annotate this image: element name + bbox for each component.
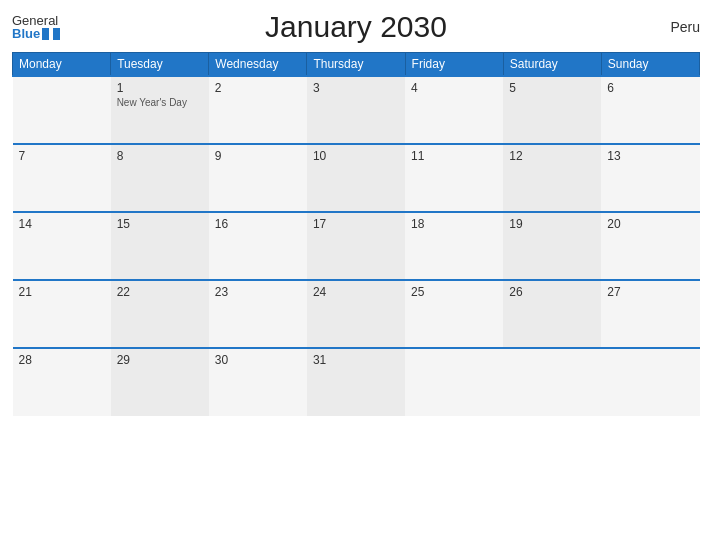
calendar-day-cell: 28 [13, 348, 111, 416]
calendar-day-cell: 7 [13, 144, 111, 212]
day-number: 13 [607, 149, 693, 163]
calendar-week-row: 1New Year's Day23456 [13, 76, 700, 144]
calendar-day-cell: 13 [601, 144, 699, 212]
calendar-day-cell: 12 [503, 144, 601, 212]
day-number: 30 [215, 353, 301, 367]
day-number: 3 [313, 81, 399, 95]
calendar-day-cell: 24 [307, 280, 405, 348]
calendar-day-cell: 4 [405, 76, 503, 144]
day-number: 6 [607, 81, 693, 95]
day-number: 27 [607, 285, 693, 299]
calendar-day-cell [405, 348, 503, 416]
day-number: 31 [313, 353, 399, 367]
calendar-day-cell: 5 [503, 76, 601, 144]
calendar-day-cell: 23 [209, 280, 307, 348]
weekday-header-row: MondayTuesdayWednesdayThursdayFridaySatu… [13, 53, 700, 77]
day-number: 4 [411, 81, 497, 95]
calendar-day-cell: 22 [111, 280, 209, 348]
logo-flag-icon [42, 28, 60, 40]
calendar-title: January 2030 [265, 10, 447, 44]
calendar-day-cell: 15 [111, 212, 209, 280]
day-number: 8 [117, 149, 203, 163]
day-number: 10 [313, 149, 399, 163]
day-number: 12 [509, 149, 595, 163]
day-number: 22 [117, 285, 203, 299]
calendar-day-cell: 29 [111, 348, 209, 416]
calendar-week-row: 14151617181920 [13, 212, 700, 280]
calendar-week-row: 28293031 [13, 348, 700, 416]
calendar-day-cell: 6 [601, 76, 699, 144]
calendar-day-cell [601, 348, 699, 416]
day-number: 28 [19, 353, 105, 367]
calendar-day-cell: 14 [13, 212, 111, 280]
day-number: 16 [215, 217, 301, 231]
calendar-day-cell [503, 348, 601, 416]
calendar-day-cell: 25 [405, 280, 503, 348]
logo-blue-text: Blue [12, 27, 40, 40]
day-number: 7 [19, 149, 105, 163]
day-number: 14 [19, 217, 105, 231]
calendar-day-cell: 8 [111, 144, 209, 212]
calendar-day-cell: 11 [405, 144, 503, 212]
weekday-header-tuesday: Tuesday [111, 53, 209, 77]
calendar-day-cell: 20 [601, 212, 699, 280]
calendar-day-cell: 2 [209, 76, 307, 144]
day-number: 19 [509, 217, 595, 231]
weekday-header-sunday: Sunday [601, 53, 699, 77]
weekday-header-thursday: Thursday [307, 53, 405, 77]
calendar-day-cell: 31 [307, 348, 405, 416]
calendar-week-row: 21222324252627 [13, 280, 700, 348]
day-number: 20 [607, 217, 693, 231]
country-label: Peru [670, 19, 700, 35]
calendar-day-cell [13, 76, 111, 144]
weekday-header-friday: Friday [405, 53, 503, 77]
calendar-wrapper: General Blue January 2030 Peru MondayTue… [0, 0, 712, 550]
weekday-header-saturday: Saturday [503, 53, 601, 77]
holiday-label: New Year's Day [117, 97, 203, 108]
day-number: 21 [19, 285, 105, 299]
weekday-header-wednesday: Wednesday [209, 53, 307, 77]
calendar-day-cell: 27 [601, 280, 699, 348]
calendar-day-cell: 17 [307, 212, 405, 280]
calendar-header: General Blue January 2030 Peru [12, 10, 700, 44]
calendar-day-cell: 21 [13, 280, 111, 348]
calendar-table: MondayTuesdayWednesdayThursdayFridaySatu… [12, 52, 700, 416]
calendar-day-cell: 26 [503, 280, 601, 348]
day-number: 25 [411, 285, 497, 299]
day-number: 24 [313, 285, 399, 299]
calendar-day-cell: 30 [209, 348, 307, 416]
day-number: 5 [509, 81, 595, 95]
calendar-day-cell: 19 [503, 212, 601, 280]
calendar-week-row: 78910111213 [13, 144, 700, 212]
day-number: 26 [509, 285, 595, 299]
calendar-day-cell: 1New Year's Day [111, 76, 209, 144]
calendar-day-cell: 18 [405, 212, 503, 280]
day-number: 2 [215, 81, 301, 95]
day-number: 1 [117, 81, 203, 95]
logo: General Blue [12, 14, 60, 40]
calendar-day-cell: 9 [209, 144, 307, 212]
day-number: 23 [215, 285, 301, 299]
calendar-day-cell: 3 [307, 76, 405, 144]
calendar-day-cell: 10 [307, 144, 405, 212]
day-number: 17 [313, 217, 399, 231]
calendar-day-cell: 16 [209, 212, 307, 280]
day-number: 18 [411, 217, 497, 231]
day-number: 9 [215, 149, 301, 163]
day-number: 15 [117, 217, 203, 231]
weekday-header-monday: Monday [13, 53, 111, 77]
day-number: 29 [117, 353, 203, 367]
day-number: 11 [411, 149, 497, 163]
